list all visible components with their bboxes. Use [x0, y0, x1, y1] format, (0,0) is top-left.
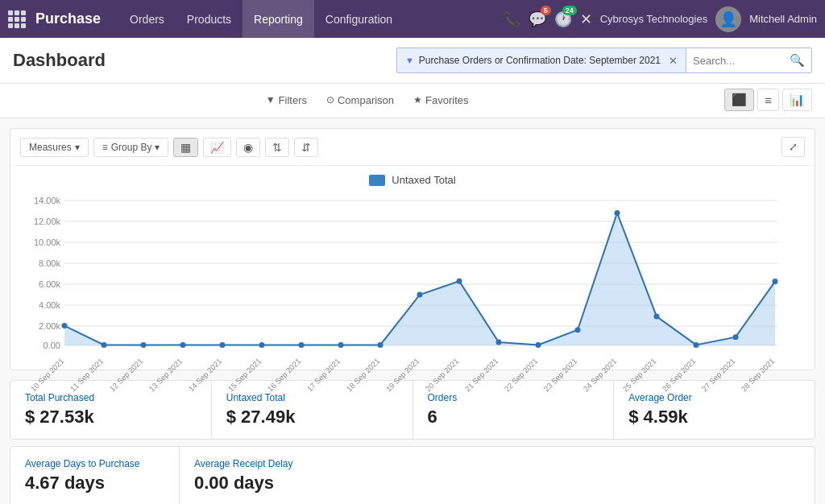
svg-point-33 — [733, 334, 739, 340]
stat-value-0: $ 27.53k — [25, 407, 197, 428]
topnav-right: 📞 💬 5 🕐 24 ✕ Cybrosys Technologies 👤 Mit… — [503, 6, 817, 32]
chart-container: Measures ▾ ≡ Group By ▾ ▦ 📈 ◉ ⇅ ⇵ ⤢ Unta… — [10, 128, 815, 370]
top-nav: Purchase Orders Products Reporting Confi… — [0, 0, 825, 38]
apps-menu-button[interactable] — [8, 10, 26, 28]
svg-point-17 — [102, 342, 107, 348]
stat-value-5: 0.00 days — [194, 473, 334, 494]
phone-icon[interactable]: 📞 — [503, 10, 520, 28]
stats-grid: Total Purchased $ 27.53k Untaxed Total $… — [10, 380, 815, 440]
clock-icon[interactable]: 🕐 24 — [554, 10, 572, 28]
legend-color-swatch — [369, 175, 385, 186]
svg-point-21 — [259, 342, 265, 348]
measures-chevron-icon: ▾ — [75, 142, 80, 153]
stat-avg-receipt-delay: Average Receipt Delay 0.00 days — [180, 447, 349, 504]
svg-point-28 — [536, 342, 541, 348]
nav-orders[interactable]: Orders — [118, 0, 176, 38]
stat-value-4: 4.67 days — [25, 473, 164, 494]
bar-chart-btn[interactable]: ▦ — [173, 138, 198, 157]
chart-view-btn[interactable]: 📊 — [782, 89, 812, 111]
search-input[interactable] — [693, 55, 790, 67]
stat-label-4: Average Days to Purchase — [25, 458, 164, 469]
header-bar: Dashboard ▼ Purchase Orders or Confirmat… — [0, 38, 825, 84]
measures-label: Measures — [29, 142, 72, 153]
search-input-wrap: 🔍 — [686, 48, 812, 73]
filter-funnel-icon: ▼ — [266, 94, 276, 105]
svg-text:12.00k: 12.00k — [34, 217, 61, 226]
pie-chart-btn[interactable]: ◉ — [236, 138, 260, 157]
filters-label: Filters — [279, 94, 307, 106]
search-button[interactable]: 🔍 — [790, 53, 805, 68]
user-avatar[interactable]: 👤 — [715, 6, 741, 32]
kanban-view-btn[interactable]: ⬛ — [724, 89, 754, 111]
stat-value-1: $ 27.49k — [226, 407, 398, 428]
descending-sort-btn[interactable]: ⇵ — [294, 138, 318, 157]
favorites-button[interactable]: ★ Favorites — [405, 91, 476, 109]
stat-total-purchased: Total Purchased $ 27.53k — [10, 381, 212, 439]
svg-point-24 — [378, 342, 383, 348]
view-switcher: ⬛ ≡ 📊 — [724, 89, 812, 111]
svg-point-27 — [496, 340, 502, 345]
comparison-label: Comparison — [338, 94, 394, 106]
stat-label-2: Orders — [428, 392, 599, 403]
group-by-chevron-icon: ▾ — [155, 142, 160, 153]
group-by-label: Group By — [111, 142, 152, 153]
group-by-button[interactable]: ≡ Group By ▾ — [93, 138, 169, 157]
svg-point-29 — [575, 327, 581, 333]
tool-icon[interactable]: ✕ — [580, 10, 592, 28]
stat-avg-days-purchase: Average Days to Purchase 4.67 days — [10, 447, 180, 504]
svg-point-20 — [220, 342, 226, 348]
chat-badge: 5 — [541, 6, 551, 15]
chart-svg: 14.00k 12.00k 10.00k 8.00k 6.00k 4.00k 2… — [20, 192, 794, 370]
svg-point-16 — [62, 323, 68, 328]
svg-point-31 — [654, 314, 660, 320]
clock-badge: 24 — [562, 6, 577, 15]
username: Mitchell Admin — [749, 13, 817, 25]
remove-filter-tag[interactable]: ✕ — [669, 55, 678, 67]
stat-orders: Orders 6 — [413, 381, 615, 439]
measures-button[interactable]: Measures ▾ — [20, 138, 89, 157]
chart-toolbar: Measures ▾ ≡ Group By ▾ ▦ 📈 ◉ ⇅ ⇵ ⤢ — [10, 129, 815, 166]
nav-reporting[interactable]: Reporting — [243, 0, 314, 38]
group-by-icon: ≡ — [102, 142, 108, 153]
comparison-icon: ⊙ — [326, 94, 334, 105]
filter-icon: ▼ — [405, 56, 414, 65]
svg-text:10.00k: 10.00k — [34, 238, 61, 247]
chart-area: Untaxed Total 14.00k 12.00k 10.00k — [10, 166, 815, 370]
stat-label-3: Average Order — [628, 392, 800, 403]
svg-text:0.00: 0.00 — [44, 341, 60, 350]
svg-text:14.00k: 14.00k — [34, 196, 61, 205]
page-title: Dashboard — [13, 50, 106, 71]
stat-average-order: Average Order $ 4.59k — [614, 381, 815, 439]
stat-label-0: Total Purchased — [25, 392, 197, 403]
line-chart-btn[interactable]: 📈 — [203, 138, 231, 157]
chart-legend: Untaxed Total — [20, 174, 805, 186]
filters-button[interactable]: ▼ Filters — [258, 91, 315, 109]
svg-text:4.00k: 4.00k — [39, 300, 60, 310]
svg-point-22 — [299, 342, 305, 348]
stats-grid2: Average Days to Purchase 4.67 days Avera… — [10, 446, 815, 504]
list-view-btn[interactable]: ≡ — [757, 89, 779, 111]
ascending-sort-btn[interactable]: ⇅ — [265, 138, 289, 157]
stat-value-2: 6 — [428, 407, 599, 428]
svg-point-25 — [417, 292, 423, 298]
svg-point-30 — [615, 210, 620, 216]
top-nav-menu: Orders Products Reporting Configuration — [118, 0, 404, 38]
nav-configuration[interactable]: Configuration — [314, 0, 404, 38]
nav-products[interactable]: Products — [176, 0, 243, 38]
filter-bar: ▼ Filters ⊙ Comparison ★ Favorites ⬛ ≡ 📊 — [0, 84, 825, 118]
filter-tag: ▼ Purchase Orders or Confirmation Date: … — [396, 48, 686, 73]
chat-icon[interactable]: 💬 5 — [529, 10, 546, 28]
legend-label: Untaxed Total — [392, 174, 455, 186]
svg-text:2.00k: 2.00k — [39, 321, 60, 331]
svg-text:8.00k: 8.00k — [39, 258, 60, 268]
svg-point-23 — [338, 342, 344, 348]
svg-point-26 — [457, 279, 462, 284]
svg-point-18 — [141, 342, 147, 348]
favorites-label: Favorites — [425, 94, 468, 106]
main-content: Dashboard ▼ Purchase Orders or Confirmat… — [0, 38, 825, 504]
expand-chart-btn[interactable]: ⤢ — [781, 137, 805, 157]
svg-point-32 — [694, 342, 699, 348]
svg-point-19 — [180, 342, 186, 348]
stat-value-3: $ 4.59k — [628, 407, 800, 428]
comparison-button[interactable]: ⊙ Comparison — [318, 91, 402, 109]
